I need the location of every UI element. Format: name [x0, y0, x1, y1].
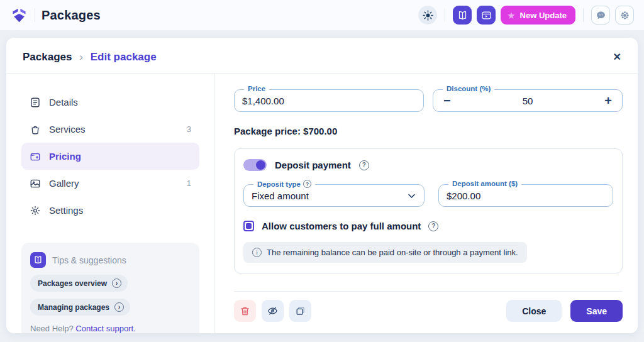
tips-title: Tips & suggestions — [52, 255, 126, 265]
remaining-balance-info: i The remaining balance can be paid on-s… — [243, 242, 527, 263]
video-tutorials-button[interactable] — [477, 6, 496, 25]
breadcrumb-packages[interactable]: Packages — [23, 51, 72, 63]
open-book-icon — [30, 252, 46, 268]
app-title: Packages — [42, 8, 101, 23]
close-modal-button[interactable]: ✕ — [613, 52, 621, 62]
deposit-amount-field: Deposit amount ($) — [438, 184, 613, 207]
wallet-icon — [30, 151, 41, 162]
pay-full-amount-label: Allow customers to pay full amount — [262, 221, 421, 231]
tips-panel: Tips & suggestions Packages overview › M… — [21, 243, 199, 333]
trash-icon — [240, 306, 250, 316]
deposit-section: Deposit payment ? Deposit type ? Fixed a… — [234, 148, 623, 273]
sidebar-item-services[interactable]: Services 3 — [21, 116, 199, 143]
price-discount-row: Price Discount (%) − 50 + — [234, 89, 623, 112]
deposit-type-label: Deposit type ? — [253, 180, 315, 188]
package-price-text: Package price: $700.00 — [234, 126, 623, 136]
new-update-button[interactable]: ★ New Update — [501, 6, 575, 25]
spacer — [234, 273, 623, 284]
packages-overview-link[interactable]: Packages overview › — [30, 275, 128, 292]
deposit-amount-input[interactable] — [447, 190, 605, 201]
chevron-right-icon: › — [112, 279, 121, 288]
tips-header: Tips & suggestions — [30, 252, 191, 268]
breadcrumb-edit-package: Edit package — [91, 51, 157, 63]
topbar: Packages — [0, 0, 644, 30]
sidebar-item-gallery[interactable]: Gallery 1 — [21, 170, 199, 197]
hide-package-button[interactable] — [262, 300, 284, 322]
price-input[interactable] — [242, 96, 416, 106]
sidebar: Details Services 3 — [6, 74, 215, 333]
actions-row: Close Save — [234, 300, 623, 322]
info-text: The remaining balance can be paid on-sit… — [267, 248, 518, 257]
deposit-type-label-text: Deposit type — [257, 180, 301, 188]
brand: Packages — [10, 6, 101, 25]
pricing-form: Price Discount (%) − 50 + Package price:… — [215, 74, 638, 333]
theme-toggle-button[interactable] — [418, 6, 437, 25]
copy-icon — [295, 306, 306, 316]
video-icon — [481, 10, 492, 21]
sun-icon — [423, 10, 433, 21]
contact-support-link[interactable]: Contact support. — [75, 324, 135, 333]
sidebar-item-label: Services — [49, 124, 179, 135]
gear-icon — [30, 205, 41, 216]
discount-field-label: Discount (%) — [443, 85, 494, 92]
topbar-divider — [445, 8, 445, 22]
bag-icon — [30, 124, 41, 135]
modal-header: Packages › Edit package ✕ — [6, 38, 638, 74]
duplicate-package-button[interactable] — [289, 300, 311, 322]
new-update-label: New Update — [520, 11, 567, 20]
help-icon[interactable]: ? — [428, 221, 438, 231]
deposit-type-select[interactable]: Deposit type ? Fixed amount — [243, 184, 425, 207]
sidebar-item-label: Details — [49, 97, 183, 108]
app-logo-icon — [10, 6, 28, 25]
deposit-payment-toggle[interactable] — [243, 159, 267, 171]
info-icon: i — [252, 248, 262, 257]
pay-full-amount-row: Allow customers to pay full amount ? — [243, 221, 613, 231]
edit-package-modal: Packages › Edit package ✕ Details — [6, 38, 638, 333]
need-help-line: Need Help? Contact support. — [30, 324, 191, 333]
deposit-fields-row: Deposit type ? Fixed amount Deposit amou… — [243, 184, 613, 207]
modal-body: Details Services 3 — [6, 74, 638, 333]
topbar-divider-2 — [583, 8, 584, 22]
discount-field: Discount (%) − 50 + — [433, 89, 623, 112]
managing-packages-link[interactable]: Managing packages › — [30, 299, 130, 316]
docs-button[interactable] — [453, 6, 472, 25]
eye-off-icon — [267, 306, 278, 316]
discount-value: 50 — [453, 96, 602, 106]
book-icon — [457, 10, 468, 21]
chevron-right-icon: › — [114, 302, 124, 312]
save-button[interactable]: Save — [570, 300, 623, 322]
help-icon[interactable]: ? — [359, 160, 369, 170]
sidebar-item-label: Settings — [49, 205, 183, 216]
price-field: Price — [234, 89, 424, 112]
breadcrumb: Packages › Edit package — [23, 51, 157, 63]
delete-package-button[interactable] — [234, 300, 256, 322]
image-icon — [30, 178, 41, 189]
chevron-right-icon: › — [79, 52, 82, 63]
deposit-amount-label: Deposit amount ($) — [448, 180, 521, 187]
discount-decrement-button[interactable]: − — [441, 94, 453, 107]
need-help-text: Need Help? — [30, 324, 74, 333]
deposit-type-value: Fixed amount — [252, 190, 407, 201]
chat-support-button[interactable] — [591, 6, 610, 25]
sidebar-item-pricing[interactable]: Pricing — [21, 143, 199, 170]
deposit-toggle-row: Deposit payment ? — [243, 159, 613, 171]
gear-icon — [619, 10, 630, 21]
close-button[interactable]: Close — [506, 300, 562, 322]
discount-increment-button[interactable]: + — [602, 94, 614, 107]
tip-label: Managing packages — [38, 303, 109, 312]
help-icon[interactable]: ? — [303, 180, 311, 188]
sidebar-item-label: Gallery — [49, 178, 179, 189]
sidebar-item-badge: 3 — [187, 124, 191, 134]
close-icon: ✕ — [613, 52, 621, 62]
actions-divider — [234, 291, 623, 292]
chat-bubble-icon — [596, 10, 606, 21]
sidebar-item-details[interactable]: Details — [21, 89, 199, 116]
settings-button[interactable] — [615, 6, 634, 25]
sidebar-item-badge: 1 — [187, 179, 191, 188]
star-icon: ★ — [507, 11, 515, 20]
deposit-payment-label: Deposit payment — [275, 160, 351, 170]
pay-full-amount-checkbox[interactable] — [243, 221, 254, 231]
sidebar-item-settings[interactable]: Settings — [21, 197, 199, 224]
topbar-actions: ★ New Update — [418, 6, 634, 25]
tip-label: Packages overview — [38, 279, 107, 288]
